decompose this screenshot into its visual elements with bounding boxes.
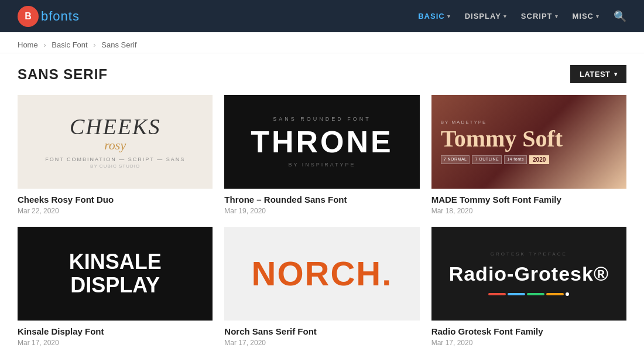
radio-bar-green <box>527 293 544 295</box>
cheeks-combo-text: FONT COMBINATION — SCRIPT — SANS <box>45 156 185 162</box>
throne-by-text: BY INSPIRATYPE <box>288 162 355 168</box>
breadcrumb-basic-font[interactable]: Basic Font <box>52 40 87 49</box>
radio-bar-red <box>488 293 506 295</box>
page-title: SANS SERIF <box>18 66 108 83</box>
card-title-radio: Radio Grotesk Font Family <box>431 326 626 336</box>
breadcrumb: Home › Basic Font › Sans Serif <box>0 32 644 53</box>
logo-text: bfonts <box>41 9 80 24</box>
chevron-down-icon: ▾ <box>503 13 507 19</box>
nav-basic[interactable]: BASIC ▾ <box>418 12 450 21</box>
norch-main-text: NORCH. <box>252 257 393 291</box>
card-date-throne: Mar 19, 2020 <box>224 207 419 215</box>
card-title-tommy: MADE Tommy Soft Font Family <box>431 195 626 205</box>
card-date-norch: Mar 17, 2020 <box>224 339 419 347</box>
card-date-kinsale: Mar 17, 2020 <box>18 339 213 347</box>
nav-display[interactable]: DISPLAY ▾ <box>465 12 507 21</box>
breadcrumb-home[interactable]: Home <box>18 40 38 49</box>
card-throne[interactable]: SANS ROUNDED FONT THRONE BY INSPIRATYPE … <box>224 95 419 215</box>
header: B bfonts BASIC ▾ DISPLAY ▾ SCRIPT ▾ MISC… <box>0 0 644 32</box>
card-date-cheeks: Mar 22, 2020 <box>18 207 213 215</box>
card-title-kinsale: Kinsale Display Font <box>18 326 213 336</box>
tommy-tag-outline: 7 OUTLINE <box>472 155 502 164</box>
card-tommy-soft[interactable]: by MadeType Tommy Soft 7 NORMAL 7 OUTLIN… <box>431 95 626 215</box>
throne-label: SANS ROUNDED FONT <box>273 116 371 122</box>
cheeks-by-text: BY CUBIC STUDIO <box>90 163 140 169</box>
logo-icon: B <box>18 6 39 27</box>
main-content: SANS SERIF LATEST ▾ CHEEKS rosy FONT COM… <box>0 53 644 351</box>
card-title-norch: Norch Sans Serif Font <box>224 326 419 336</box>
card-date-radio: Mar 17, 2020 <box>431 339 626 347</box>
nav-script[interactable]: SCRIPT ▾ <box>521 12 559 21</box>
sort-button[interactable]: LATEST ▾ <box>570 65 626 83</box>
card-norch[interactable]: NORCH. Norch Sans Serif Font Mar 17, 202… <box>224 227 419 347</box>
breadcrumb-sep-1: › <box>43 40 48 49</box>
tommy-main-text: Tommy Soft <box>441 127 563 151</box>
chevron-down-icon: ▾ <box>555 13 559 19</box>
card-date-tommy: Mar 18, 2020 <box>431 207 626 215</box>
card-image-radio: GROTESK TYPEFACE Radio-Grotesk® <box>431 227 626 321</box>
card-title-throne: Throne – Rounded Sans Font <box>224 195 419 205</box>
chevron-down-icon: ▾ <box>614 71 618 77</box>
radio-bar-blue <box>508 293 525 295</box>
breadcrumb-sep-2: › <box>93 40 98 49</box>
tommy-tag-fonts: 14 fonts <box>504 155 527 164</box>
logo[interactable]: B bfonts <box>18 6 80 27</box>
card-image-tommy: by MadeType Tommy Soft 7 NORMAL 7 OUTLIN… <box>431 95 626 189</box>
throne-main-text: THRONE <box>251 127 393 157</box>
search-icon[interactable]: 🔍 <box>614 10 626 23</box>
card-image-throne: SANS ROUNDED FONT THRONE BY INSPIRATYPE <box>224 95 419 189</box>
nav-misc[interactable]: MISC ▾ <box>573 12 600 21</box>
chevron-down-icon: ▾ <box>447 13 451 19</box>
radio-color-bar <box>488 292 569 296</box>
cheeks-title-text: CHEEKS <box>70 115 161 138</box>
tommy-tag-normal: 7 NORMAL <box>441 155 470 164</box>
radio-dot <box>566 292 569 296</box>
card-image-norch: NORCH. <box>224 227 419 321</box>
kinsale-main-text: KINSALE DISPLAY <box>69 250 162 297</box>
radio-main-text: Radio-Grotesk® <box>449 263 609 285</box>
radio-bar-yellow <box>546 293 564 295</box>
main-nav: BASIC ▾ DISPLAY ▾ SCRIPT ▾ MISC ▾ 🔍 <box>418 10 626 23</box>
card-cheeks-rosy[interactable]: CHEEKS rosy FONT COMBINATION — SCRIPT — … <box>18 95 213 215</box>
card-kinsale[interactable]: KINSALE DISPLAY Kinsale Display Font Mar… <box>18 227 213 347</box>
card-image-cheeks: CHEEKS rosy FONT COMBINATION — SCRIPT — … <box>18 95 213 189</box>
radio-sub-text: GROTESK TYPEFACE <box>491 251 567 257</box>
card-radio-grotesk[interactable]: GROTESK TYPEFACE Radio-Grotesk® Radio Gr… <box>431 227 626 347</box>
card-image-kinsale: KINSALE DISPLAY <box>18 227 213 321</box>
chevron-down-icon: ▾ <box>596 13 600 19</box>
logo-b: b <box>41 9 49 23</box>
tommy-by-text: by MadeType <box>441 120 487 125</box>
tommy-tags: 7 NORMAL 7 OUTLINE 14 fonts 2020 <box>441 155 550 164</box>
breadcrumb-current: Sans Serif <box>101 40 136 49</box>
font-grid: CHEEKS rosy FONT COMBINATION — SCRIPT — … <box>18 95 626 347</box>
tommy-year: 2020 <box>529 155 549 164</box>
cheeks-subtitle-text: rosy <box>104 138 126 153</box>
card-title-cheeks: Cheeks Rosy Font Duo <box>18 195 213 205</box>
page-header: SANS SERIF LATEST ▾ <box>18 65 626 83</box>
